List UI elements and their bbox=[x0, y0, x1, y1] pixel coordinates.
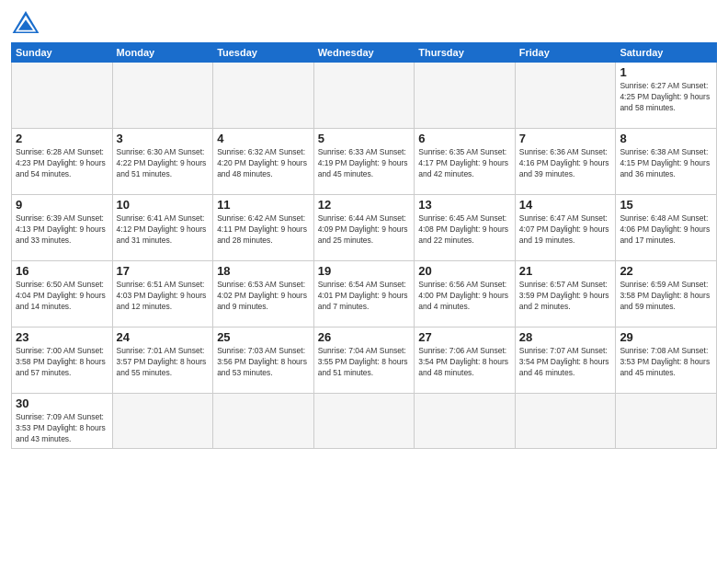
day-info: Sunrise: 6:57 AM Sunset: 3:59 PM Dayligh… bbox=[519, 280, 612, 313]
calendar-cell: 2Sunrise: 6:28 AM Sunset: 4:23 PM Daylig… bbox=[12, 129, 113, 195]
day-info: Sunrise: 6:38 AM Sunset: 4:15 PM Dayligh… bbox=[620, 147, 712, 180]
calendar-cell bbox=[415, 63, 516, 129]
day-number: 25 bbox=[217, 330, 310, 344]
day-info: Sunrise: 7:00 AM Sunset: 3:58 PM Dayligh… bbox=[16, 346, 108, 379]
day-info: Sunrise: 6:53 AM Sunset: 4:02 PM Dayligh… bbox=[217, 280, 310, 313]
day-number: 24 bbox=[117, 330, 210, 344]
weekday-header-monday: Monday bbox=[112, 43, 213, 63]
calendar-cell: 13Sunrise: 6:45 AM Sunset: 4:08 PM Dayli… bbox=[415, 195, 516, 261]
calendar-cell: 19Sunrise: 6:54 AM Sunset: 4:01 PM Dayli… bbox=[313, 261, 415, 327]
calendar-cell: 27Sunrise: 7:06 AM Sunset: 3:54 PM Dayli… bbox=[415, 327, 516, 394]
calendar-cell: 17Sunrise: 6:51 AM Sunset: 4:03 PM Dayli… bbox=[112, 261, 213, 327]
day-info: Sunrise: 7:04 AM Sunset: 3:55 PM Dayligh… bbox=[318, 346, 411, 379]
day-number: 21 bbox=[519, 264, 612, 278]
day-number: 6 bbox=[418, 132, 511, 145]
day-info: Sunrise: 6:27 AM Sunset: 4:25 PM Dayligh… bbox=[620, 81, 712, 114]
day-info: Sunrise: 6:28 AM Sunset: 4:23 PM Dayligh… bbox=[16, 147, 108, 180]
calendar-week-1: 1Sunrise: 6:27 AM Sunset: 4:25 PM Daylig… bbox=[12, 63, 717, 129]
day-number: 29 bbox=[620, 330, 712, 344]
calendar-cell bbox=[12, 63, 113, 129]
day-info: Sunrise: 7:01 AM Sunset: 3:57 PM Dayligh… bbox=[117, 346, 210, 379]
weekday-header-sunday: Sunday bbox=[12, 43, 113, 63]
calendar-cell: 5Sunrise: 6:33 AM Sunset: 4:19 PM Daylig… bbox=[313, 129, 415, 195]
day-number: 19 bbox=[318, 264, 411, 278]
calendar-cell bbox=[515, 394, 616, 449]
day-info: Sunrise: 6:51 AM Sunset: 4:03 PM Dayligh… bbox=[117, 280, 210, 313]
day-number: 20 bbox=[418, 264, 511, 278]
day-number: 16 bbox=[16, 264, 108, 278]
day-number: 26 bbox=[318, 330, 411, 344]
day-info: Sunrise: 6:36 AM Sunset: 4:16 PM Dayligh… bbox=[519, 147, 612, 180]
day-info: Sunrise: 6:45 AM Sunset: 4:08 PM Dayligh… bbox=[418, 213, 511, 247]
calendar-table: SundayMondayTuesdayWednesdayThursdayFrid… bbox=[11, 42, 717, 449]
day-info: Sunrise: 6:48 AM Sunset: 4:06 PM Dayligh… bbox=[620, 213, 712, 247]
day-number: 30 bbox=[16, 396, 108, 410]
calendar-cell: 20Sunrise: 6:56 AM Sunset: 4:00 PM Dayli… bbox=[415, 261, 516, 327]
day-number: 10 bbox=[117, 198, 210, 212]
page-header bbox=[11, 9, 717, 35]
day-number: 8 bbox=[620, 132, 712, 145]
calendar-week-4: 16Sunrise: 6:50 AM Sunset: 4:04 PM Dayli… bbox=[12, 261, 717, 327]
calendar-cell: 6Sunrise: 6:35 AM Sunset: 4:17 PM Daylig… bbox=[415, 129, 516, 195]
day-number: 15 bbox=[620, 198, 712, 212]
day-info: Sunrise: 7:03 AM Sunset: 3:56 PM Dayligh… bbox=[217, 346, 310, 379]
calendar-cell bbox=[515, 63, 616, 129]
calendar-cell bbox=[213, 63, 314, 129]
calendar-cell bbox=[313, 63, 415, 129]
day-number: 14 bbox=[519, 198, 612, 212]
calendar-cell: 24Sunrise: 7:01 AM Sunset: 3:57 PM Dayli… bbox=[112, 327, 213, 394]
day-info: Sunrise: 6:41 AM Sunset: 4:12 PM Dayligh… bbox=[117, 213, 210, 247]
calendar-cell bbox=[213, 394, 314, 449]
calendar-cell: 18Sunrise: 6:53 AM Sunset: 4:02 PM Dayli… bbox=[213, 261, 314, 327]
day-number: 28 bbox=[519, 330, 612, 344]
calendar-cell: 11Sunrise: 6:42 AM Sunset: 4:11 PM Dayli… bbox=[213, 195, 314, 261]
weekday-header-row: SundayMondayTuesdayWednesdayThursdayFrid… bbox=[12, 43, 717, 63]
day-info: Sunrise: 6:44 AM Sunset: 4:09 PM Dayligh… bbox=[318, 213, 411, 247]
calendar-cell: 8Sunrise: 6:38 AM Sunset: 4:15 PM Daylig… bbox=[616, 129, 717, 195]
calendar-cell bbox=[112, 394, 213, 449]
calendar-cell: 22Sunrise: 6:59 AM Sunset: 3:58 PM Dayli… bbox=[616, 261, 717, 327]
calendar-cell: 26Sunrise: 7:04 AM Sunset: 3:55 PM Dayli… bbox=[313, 327, 415, 394]
weekday-header-tuesday: Tuesday bbox=[213, 43, 314, 63]
day-info: Sunrise: 6:50 AM Sunset: 4:04 PM Dayligh… bbox=[16, 280, 108, 313]
calendar-cell: 1Sunrise: 6:27 AM Sunset: 4:25 PM Daylig… bbox=[616, 63, 717, 129]
day-number: 9 bbox=[16, 198, 108, 212]
calendar-cell: 23Sunrise: 7:00 AM Sunset: 3:58 PM Dayli… bbox=[12, 327, 113, 394]
day-info: Sunrise: 6:30 AM Sunset: 4:22 PM Dayligh… bbox=[117, 147, 210, 180]
calendar-cell: 28Sunrise: 7:07 AM Sunset: 3:54 PM Dayli… bbox=[515, 327, 616, 394]
weekday-header-thursday: Thursday bbox=[415, 43, 516, 63]
calendar-cell bbox=[415, 394, 516, 449]
calendar-cell: 4Sunrise: 6:32 AM Sunset: 4:20 PM Daylig… bbox=[213, 129, 314, 195]
logo bbox=[11, 9, 44, 35]
day-info: Sunrise: 6:35 AM Sunset: 4:17 PM Dayligh… bbox=[418, 147, 511, 180]
weekday-header-saturday: Saturday bbox=[616, 43, 717, 63]
day-number: 5 bbox=[318, 132, 411, 145]
calendar-cell: 29Sunrise: 7:08 AM Sunset: 3:53 PM Dayli… bbox=[616, 327, 717, 394]
calendar-cell: 16Sunrise: 6:50 AM Sunset: 4:04 PM Dayli… bbox=[12, 261, 113, 327]
day-info: Sunrise: 7:07 AM Sunset: 3:54 PM Dayligh… bbox=[519, 346, 612, 379]
day-info: Sunrise: 6:39 AM Sunset: 4:13 PM Dayligh… bbox=[16, 213, 108, 247]
calendar-week-2: 2Sunrise: 6:28 AM Sunset: 4:23 PM Daylig… bbox=[12, 129, 717, 195]
calendar-cell: 7Sunrise: 6:36 AM Sunset: 4:16 PM Daylig… bbox=[515, 129, 616, 195]
day-info: Sunrise: 6:47 AM Sunset: 4:07 PM Dayligh… bbox=[519, 213, 612, 247]
logo-icon bbox=[11, 9, 40, 35]
day-number: 2 bbox=[16, 132, 108, 145]
weekday-header-friday: Friday bbox=[515, 43, 616, 63]
day-number: 3 bbox=[117, 132, 210, 145]
day-info: Sunrise: 6:56 AM Sunset: 4:00 PM Dayligh… bbox=[418, 280, 511, 313]
calendar-week-6: 30Sunrise: 7:09 AM Sunset: 3:53 PM Dayli… bbox=[12, 394, 717, 449]
day-number: 12 bbox=[318, 198, 411, 212]
calendar-week-3: 9Sunrise: 6:39 AM Sunset: 4:13 PM Daylig… bbox=[12, 195, 717, 261]
day-number: 17 bbox=[117, 264, 210, 278]
calendar-cell: 14Sunrise: 6:47 AM Sunset: 4:07 PM Dayli… bbox=[515, 195, 616, 261]
calendar-week-5: 23Sunrise: 7:00 AM Sunset: 3:58 PM Dayli… bbox=[12, 327, 717, 394]
day-info: Sunrise: 6:32 AM Sunset: 4:20 PM Dayligh… bbox=[217, 147, 310, 180]
day-number: 1 bbox=[620, 65, 712, 79]
day-number: 11 bbox=[217, 198, 310, 212]
day-number: 22 bbox=[620, 264, 712, 278]
calendar-cell: 3Sunrise: 6:30 AM Sunset: 4:22 PM Daylig… bbox=[112, 129, 213, 195]
calendar-cell: 15Sunrise: 6:48 AM Sunset: 4:06 PM Dayli… bbox=[616, 195, 717, 261]
day-info: Sunrise: 6:59 AM Sunset: 3:58 PM Dayligh… bbox=[620, 280, 712, 313]
day-info: Sunrise: 7:06 AM Sunset: 3:54 PM Dayligh… bbox=[418, 346, 511, 379]
day-info: Sunrise: 6:42 AM Sunset: 4:11 PM Dayligh… bbox=[217, 213, 310, 247]
